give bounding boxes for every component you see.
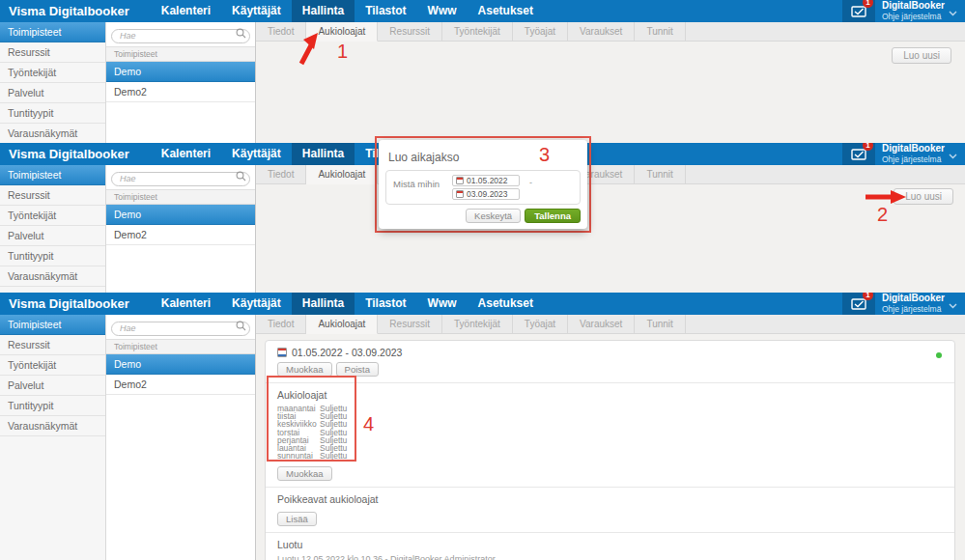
tab[interactable]: Työntekijät [442,22,513,41]
menu-item[interactable]: Hallinta [292,293,355,315]
app-logo: Visma Digitalbooker [0,143,151,165]
date-from-input[interactable]: 01.05.2022 [452,175,520,186]
exceptions-title: Poikkeavat aukioloajat [277,493,943,505]
sidebar-item[interactable]: Resurssit [0,335,105,355]
mail-icon [851,149,866,160]
list-item[interactable]: Demo2 [106,82,255,102]
menu-item[interactable]: Www [417,0,468,22]
menu-item[interactable]: Asetukset [468,0,544,22]
sidebar-item[interactable]: Tuntityypit [0,246,105,266]
edit-hours-button[interactable]: Muokkaa [277,466,332,481]
tab[interactable]: Resurssit [378,22,442,41]
main-area: TiedotAukioloajatResurssitTyöntekijätTyö… [256,22,965,143]
sidebar-item[interactable]: Palvelut [0,83,105,103]
list-item[interactable]: Demo [106,62,255,82]
sidebar-item[interactable]: Resurssit [0,42,105,63]
list-header: Toimipisteet [106,339,255,354]
user-menu[interactable]: DigitalBooker Ohje järjestelmä [882,1,945,21]
sidebar-item[interactable]: Työntekijät [0,206,105,226]
user-name: DigitalBooker [882,144,945,154]
sidebar: ToimipisteetResurssitTyöntekijätPalvelut… [0,165,106,293]
tab[interactable]: Resurssit [378,315,442,333]
user-menu[interactable]: DigitalBooker Ohje järjestelmä [882,144,945,164]
notification-badge: 1 [863,0,873,8]
search-icon[interactable] [236,321,246,331]
tab[interactable]: Tiedot [256,315,306,333]
chevron-down-icon [949,11,957,16]
menu-item[interactable]: Hallinta [292,143,355,165]
sidebar-item[interactable]: Palvelut [0,226,105,246]
messages-button[interactable]: 1 [842,0,875,22]
search-icon[interactable] [236,28,246,39]
list-item[interactable]: Demo2 [106,225,255,245]
dialog-title: Luo aikajakso [388,151,459,164]
annotation-arrow-2 [866,189,906,205]
opening-hours-title: Aukioloajat [277,389,943,401]
sidebar-item[interactable]: Varausnäkymät [0,124,105,143]
search-input[interactable] [111,29,250,43]
menu-item[interactable]: Kalenteri [151,293,221,315]
menu-item[interactable]: Www [417,293,468,315]
search-input[interactable] [111,172,250,186]
tab[interactable]: Tunnit [635,165,685,183]
menu-item[interactable]: Hallinta [292,0,355,22]
office-list: DemoDemo2 [106,205,255,245]
navbar-right: 1 DigitalBooker Ohje järjestelmä [842,293,965,315]
sidebar-item[interactable]: Tuntityypit [0,103,105,124]
user-name: DigitalBooker [882,294,945,303]
sidebar-item[interactable]: Toimipisteet [0,22,105,42]
navbar-right: 1 DigitalBooker Ohje järjestelmä [842,143,965,165]
tab[interactable]: Tunnit [635,22,685,41]
messages-button[interactable]: 1 [842,143,875,165]
user-subtitle: Ohje järjestelmä [882,305,945,314]
main-menu: KalenteriKäyttäjätHallintaTilastotWwwAse… [151,0,544,22]
delete-period-button[interactable]: Poista [336,362,379,377]
cancel-button[interactable]: Keskeytä [466,209,521,223]
sidebar-item[interactable]: Työntekijät [0,355,105,376]
menu-item[interactable]: Käyttäjät [221,143,292,165]
tab[interactable]: Työajat [513,315,568,333]
sidebar-item[interactable]: Tuntityypit [0,396,105,416]
sidebar-item[interactable]: Varausnäkymät [0,416,105,436]
date-to-input[interactable]: 03.09.2023 [452,188,520,200]
sidebar-item[interactable]: Työntekijät [0,63,105,83]
tab[interactable]: Varaukset [568,315,635,333]
list-item[interactable]: Demo [106,354,255,375]
menu-item[interactable]: Kalenteri [151,143,221,165]
range-separator: - [529,178,532,187]
search-input[interactable] [111,322,250,336]
sidebar-item[interactable]: Resurssit [0,185,105,206]
tab[interactable]: Tiedot [256,165,306,183]
tab[interactable]: Tunnit [635,315,685,333]
user-subtitle: Ohje järjestelmä [882,155,945,164]
menu-item[interactable]: Tilastot [355,293,416,315]
tab[interactable]: Aukioloajat [306,315,378,334]
sidebar-item[interactable]: Toimipisteet [0,315,105,335]
list-item[interactable]: Demo2 [106,375,255,395]
sidebar-item[interactable]: Toimipisteet [0,165,105,185]
menu-item[interactable]: Kalenteri [151,0,221,22]
tab-bar: TiedotAukioloajatResurssitTyöntekijätTyö… [256,22,965,42]
menu-item[interactable]: Käyttäjät [221,0,292,22]
tab[interactable]: Työntekijät [442,315,513,333]
tab[interactable]: Varaukset [568,22,635,41]
sidebar-item[interactable]: Palvelut [0,376,105,396]
top-navbar: Visma Digitalbooker KalenteriKäyttäjätHa… [0,293,965,315]
search-icon[interactable] [236,171,246,182]
save-button[interactable]: Tallenna [525,209,581,223]
edit-period-button[interactable]: Muokkaa [277,362,332,377]
menu-item[interactable]: Asetukset [468,293,544,315]
add-exception-button[interactable]: Lisää [277,512,317,526]
tab[interactable]: Aukioloajat [306,165,378,184]
tab[interactable]: Työajat [513,22,568,41]
menu-item[interactable]: Tilastot [355,0,416,22]
menu-item[interactable]: Käyttäjät [221,293,292,315]
list-item[interactable]: Demo [106,205,255,225]
period-card-header: 01.05.2022 - 03.09.2023 Muokkaa Poista [266,341,954,382]
messages-button[interactable]: 1 [842,293,875,315]
list-header: Toimipisteet [106,189,255,205]
user-menu[interactable]: DigitalBooker Ohje järjestelmä [882,294,945,314]
day-row: tiistai Suljettu [277,412,943,420]
sidebar-item[interactable]: Varausnäkymät [0,266,105,287]
create-new-button[interactable]: Luo uusi [892,47,951,64]
